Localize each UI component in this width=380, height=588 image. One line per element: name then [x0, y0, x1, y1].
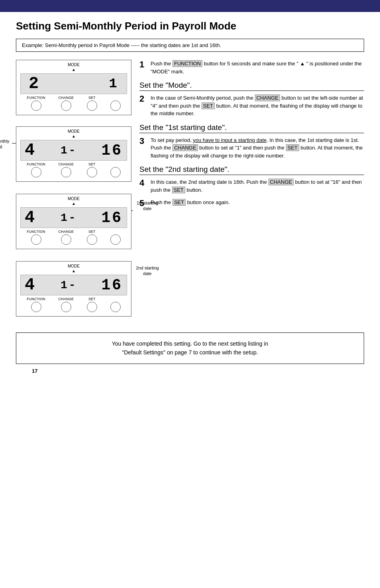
panel4-button-row: FUNCTION CHANGE SET: [20, 297, 127, 312]
panel3-mode-arrow: ▲: [20, 202, 127, 206]
step4-block: 4 In this case, the 2nd starting date is…: [139, 178, 364, 194]
panel2-extra-btn[interactable]: [110, 167, 121, 177]
panel3: MODE ▲ 4 1- 16 FUNCTION CHANGE: [16, 194, 131, 249]
panel2-mode-arrow: ▲: [20, 134, 127, 138]
panel3-change-btn[interactable]: [61, 234, 71, 245]
set-highlight-5: SET: [172, 199, 186, 206]
panel4: MODE ▲ 4 1- 16 FUNCTION CHANGE: [16, 261, 131, 317]
example-box: Example: Semi-Monthly period in Payroll …: [16, 39, 364, 52]
panel4-digit-16: 16: [101, 277, 123, 294]
panel4-mode-arrow: ▲: [20, 269, 127, 273]
panel1-display: 2 1: [20, 73, 127, 94]
panel2-container: Semi-Monthlyperiod MODE ▲ 4 1- 16 FUNCTI…: [16, 126, 131, 182]
panel2-separator: 1-: [61, 144, 77, 157]
panel3-container: 1st startingdate MODE ▲ 4 1- 16 FUNCTION: [16, 194, 131, 249]
step4-text: In this case, the 2nd starting date is 1…: [151, 178, 364, 194]
panel3-button-row: FUNCTION CHANGE SET: [20, 230, 127, 245]
panel4-function-btn[interactable]: [31, 302, 41, 312]
panel1-function-btn[interactable]: [31, 100, 41, 111]
page-content: Setting Semi-Monthly Period in Payroll M…: [0, 12, 380, 372]
panel1-digit-2: 2: [29, 74, 40, 93]
panel3-function-btn[interactable]: [31, 234, 41, 245]
panel4-change-label: CHANGE: [59, 297, 74, 301]
panel2-change-btn[interactable]: [61, 167, 71, 177]
panel4-change-group: CHANGE: [59, 297, 74, 312]
panel1-set-label: SET: [88, 96, 96, 100]
set-highlight-3: SET: [286, 144, 299, 151]
panel2-digit-16: 16: [101, 142, 123, 159]
panel3-function-label: FUNCTION: [27, 230, 45, 234]
panel3-change-label: CHANGE: [59, 230, 74, 234]
panel1-set-group: SET: [87, 96, 97, 111]
panel4-change-btn[interactable]: [61, 302, 71, 312]
panel3-function-group: FUNCTION: [27, 230, 45, 245]
panel4-extra-label: [115, 297, 116, 301]
panel1-function-group: FUNCTION: [27, 96, 45, 111]
right-column: 1 Push the FUNCTION button for 5 seconds…: [139, 60, 364, 212]
panel3-extra-btn[interactable]: [110, 234, 121, 245]
panel4-extra-btn[interactable]: [110, 302, 121, 312]
panel1-change-group: CHANGE: [59, 96, 74, 111]
function-highlight: FUNCTION: [172, 60, 202, 67]
panel2-button-row: FUNCTION CHANGE SET: [20, 162, 127, 177]
second-date-label: 2nd startingdate: [131, 265, 163, 277]
panel2-change-group: CHANGE: [59, 162, 74, 177]
step1-block: 1 Push the FUNCTION button for 5 seconds…: [139, 60, 364, 75]
panel2-set-label: SET: [88, 162, 96, 166]
panel1-extra-btn[interactable]: [110, 100, 121, 111]
panel1-extra-label: [115, 96, 116, 100]
panel1-set-btn[interactable]: [87, 100, 97, 111]
step1-number: 1: [139, 60, 148, 75]
footer-box: You have completed this setting. Go to t…: [16, 332, 364, 364]
step2-block: 2 In the case of Semi-Monthly period, pu…: [139, 94, 364, 118]
panel2-display: 4 1- 16: [20, 140, 127, 161]
panel2-set-btn[interactable]: [87, 167, 97, 177]
panel4-digit-4: 4: [25, 275, 36, 295]
panel2-digit-4: 4: [25, 141, 36, 160]
panel4-function-group: FUNCTION: [27, 297, 45, 312]
set-highlight-2: SET: [202, 102, 215, 109]
page-title: Setting Semi-Monthly Period in Payroll M…: [16, 20, 364, 32]
page-number: 17: [16, 368, 380, 374]
section4-heading: Set the "2nd starting date".: [139, 165, 364, 175]
change-highlight-3: CHANGE: [172, 144, 198, 151]
panel2-function-group: FUNCTION: [27, 162, 45, 177]
panel1-change-btn[interactable]: [61, 100, 71, 111]
panel3-mode-label: MODE: [20, 197, 127, 201]
panel4-separator: 1-: [61, 279, 77, 291]
set-highlight-4: SET: [172, 187, 185, 193]
section3-heading: Set the "1st starting date".: [139, 123, 364, 133]
panel1-mode-arrow: ▲: [20, 68, 127, 72]
panel3-change-group: CHANGE: [59, 230, 74, 245]
panel3-digit-4: 4: [25, 208, 36, 227]
panel1-container: MODE ▲ 2 1 FUNCTION CHANGE: [16, 60, 131, 115]
change-highlight-4: CHANGE: [268, 179, 294, 185]
panel3-set-btn[interactable]: [87, 234, 97, 245]
footer-line1: You have completed this setting. Go to t…: [23, 339, 357, 348]
panel3-digit-16: 16: [101, 209, 123, 226]
step3-block: 3 To set pay period, you have to input a…: [139, 136, 364, 160]
panel4-extra-group: [110, 297, 121, 312]
panel1-button-row: FUNCTION CHANGE SET: [20, 96, 127, 111]
panel1-change-label: CHANGE: [59, 96, 74, 100]
panel3-extra-label: [115, 230, 116, 234]
top-bar: [0, 0, 380, 12]
panel1-mode-label: MODE: [20, 63, 127, 67]
panel2-extra-label: [115, 162, 116, 166]
semi-monthly-label: Semi-Monthlyperiod: [0, 138, 12, 150]
panel4-set-label: SET: [88, 297, 96, 301]
step2-number: 2: [139, 94, 148, 118]
panel3-separator: 1-: [61, 212, 77, 224]
footer-line2: "Default Settings" on page 7 to continue…: [23, 348, 357, 357]
panel4-container: 2nd startingdate MODE ▲ 4 1- 16 FUNCTION: [16, 261, 131, 317]
step4-number: 4: [139, 178, 148, 194]
panel4-set-btn[interactable]: [87, 302, 97, 312]
panel2-mode-label: MODE: [20, 129, 127, 134]
first-date-label: 1st startingdate: [131, 200, 163, 212]
panel2: MODE ▲ 4 1- 16 FUNCTION CHANGE: [16, 126, 131, 182]
panel3-set-label: SET: [88, 230, 96, 234]
panel4-set-group: SET: [87, 297, 97, 312]
panel2-function-btn[interactable]: [31, 167, 41, 177]
change-highlight-2: CHANGE: [255, 94, 280, 101]
step1-text: Push the FUNCTION button for 5 seconds a…: [151, 60, 364, 75]
